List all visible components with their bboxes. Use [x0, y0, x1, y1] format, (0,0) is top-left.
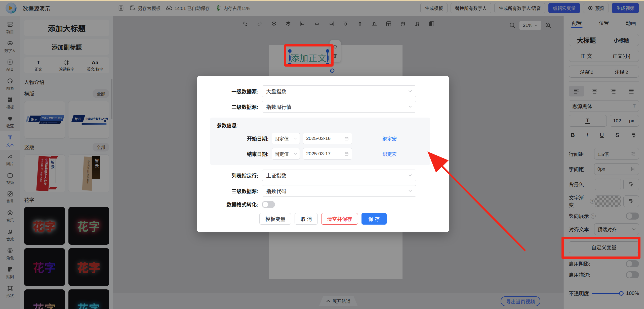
tertiary-source-select[interactable]: 指数代码 — [262, 185, 416, 197]
primary-source-select[interactable]: 大盘指数 — [262, 85, 416, 97]
chevron-down-icon — [294, 137, 297, 140]
calendar-icon — [344, 151, 349, 156]
annotation-box-custom-variable — [561, 237, 640, 259]
chevron-down-icon — [408, 190, 412, 192]
app-root: 数据源演示 另存为模板 14:01 已自动保存 内存占用11% 生成模板 替换所… — [0, 0, 644, 309]
end-date-label: 结束日期: — [210, 150, 272, 158]
chevron-down-icon — [408, 174, 412, 177]
end-date-input[interactable]: 2025-03-17 — [303, 148, 352, 160]
tertiary-source-label: 三级数据源: — [197, 187, 262, 195]
calendar-icon — [344, 136, 349, 141]
data-format-label: 数据格式转化: — [197, 201, 262, 208]
start-date-type-select[interactable]: 固定值 — [272, 133, 300, 144]
chevron-down-icon — [294, 153, 297, 155]
list-row-select[interactable]: 上证指数 — [262, 170, 416, 181]
data-source-modal: 一级数据源: 大盘指数 二级数据源: 指数周行情 参数信息: 开始日期: 固定值 — [197, 76, 449, 232]
chevron-down-icon — [408, 90, 412, 92]
parameter-info-box: 参数信息: 开始日期: 固定值 2025-03-16 绑定宏 结束日期: 固定值 — [210, 118, 430, 165]
annotation-box-text-element — [284, 44, 334, 67]
data-format-toggle[interactable] — [262, 201, 275, 208]
top-edge-strip — [0, 0, 644, 1]
clear-and-save-button[interactable]: 清空并保存 — [321, 213, 358, 225]
start-date-label: 开始日期: — [210, 135, 272, 142]
chevron-down-icon — [408, 106, 412, 108]
list-row-label: 列表指定行: — [197, 172, 262, 179]
template-variable-button[interactable]: 模板变量 — [259, 213, 291, 225]
primary-source-label: 一级数据源: — [197, 88, 262, 95]
bind-macro-link-start[interactable]: 绑定宏 — [382, 135, 397, 142]
bind-macro-link-end[interactable]: 绑定宏 — [382, 150, 397, 157]
save-button[interactable]: 保 存 — [361, 213, 387, 225]
secondary-source-label: 二级数据源: — [197, 103, 262, 111]
end-date-type-select[interactable]: 固定值 — [272, 148, 300, 160]
secondary-source-select[interactable]: 指数周行情 — [262, 101, 416, 113]
start-date-input[interactable]: 2025-03-16 — [303, 133, 352, 144]
cancel-button[interactable]: 取 消 — [295, 213, 318, 225]
parameter-info-title: 参数信息: — [217, 122, 430, 129]
